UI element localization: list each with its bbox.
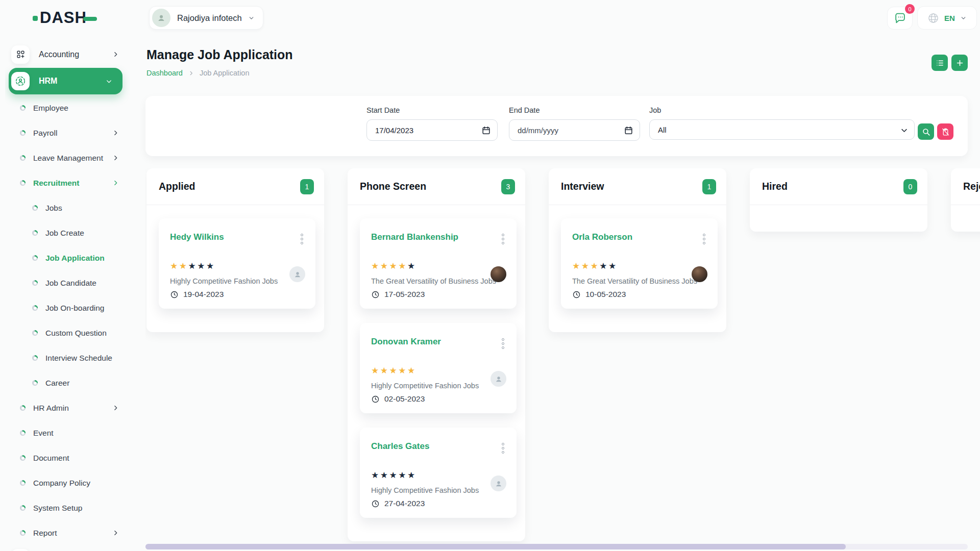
- logo-dot: [33, 16, 38, 21]
- sidebar-item-report[interactable]: Report: [5, 520, 130, 545]
- candidate-name-link[interactable]: Orla Roberson: [572, 232, 632, 242]
- sidebar-item-career[interactable]: Career: [5, 370, 130, 395]
- kebab-menu-icon[interactable]: [501, 337, 505, 350]
- clock-icon: [170, 290, 179, 299]
- applied-date-row: 02-05-2023: [371, 394, 505, 404]
- sidebar-item-custom-field[interactable]: Custom Field: [5, 545, 130, 551]
- custom-field-icon: [11, 549, 30, 551]
- globe-icon: [927, 12, 939, 24]
- sidebar-item-custom-question[interactable]: Custom Question: [5, 320, 130, 345]
- sidebar-item-payroll[interactable]: Payroll: [5, 120, 130, 145]
- rating-stars: ★★★★★: [371, 366, 505, 375]
- sidebar-item-job-create[interactable]: Job Create: [5, 220, 130, 245]
- sidebar-item-recruitment[interactable]: Recruitment: [5, 170, 130, 195]
- bullet-icon: [32, 205, 38, 211]
- sidebar-item-label: Jobs: [45, 204, 62, 213]
- bullet-icon: [20, 505, 26, 511]
- application-card[interactable]: Orla Roberson★★★★★The Great Versatility …: [561, 218, 718, 309]
- job-select-value: All: [658, 126, 667, 134]
- breadcrumb-dashboard-link[interactable]: Dashboard: [146, 69, 183, 77]
- kebab-menu-icon[interactable]: [300, 232, 304, 246]
- kebab-menu-icon[interactable]: [702, 232, 706, 246]
- column-header: Rejected: [951, 168, 980, 205]
- messages-badge: 0: [905, 4, 915, 14]
- logo-text: DASH: [40, 9, 87, 27]
- horizontal-scrollbar-track[interactable]: [145, 544, 968, 549]
- column-body: Orla Roberson★★★★★The Great Versatility …: [549, 205, 726, 332]
- kanban-board: Applied1Hedy Wilkins★★★★★Highly Competit…: [145, 168, 980, 544]
- end-date-label: End Date: [509, 106, 640, 114]
- column-body: [951, 205, 980, 232]
- kebab-menu-icon[interactable]: [501, 441, 505, 455]
- applied-date-row: 17-05-2023: [371, 290, 505, 299]
- horizontal-scrollbar-thumb[interactable]: [145, 544, 846, 549]
- kanban-column-applied: Applied1Hedy Wilkins★★★★★Highly Competit…: [146, 168, 324, 332]
- messages-button[interactable]: 0: [887, 7, 913, 30]
- chevron-down-icon: [900, 127, 908, 134]
- sidebar-item-job-on-boarding[interactable]: Job On-boarding: [5, 295, 130, 320]
- star-icon: ★: [398, 366, 407, 375]
- sidebar-item-employee[interactable]: Employee: [5, 95, 130, 120]
- workspace-avatar: [152, 9, 170, 27]
- application-card[interactable]: Hedy Wilkins★★★★★Highly Competitive Fash…: [159, 218, 315, 309]
- star-icon: ★: [371, 261, 380, 271]
- sidebar-item-company-policy[interactable]: Company Policy: [5, 470, 130, 495]
- column-count-badge: 1: [702, 179, 716, 194]
- column-body: Hedy Wilkins★★★★★Highly Competitive Fash…: [146, 205, 324, 332]
- candidate-photo-avatar: [491, 266, 506, 282]
- sidebar-item-hrm[interactable]: HRM: [9, 68, 122, 94]
- job-select[interactable]: All: [649, 119, 915, 140]
- rating-stars: ★★★★★: [170, 262, 304, 271]
- start-date-label: Start Date: [366, 106, 498, 114]
- sidebar-item-label: Leave Management: [33, 154, 103, 163]
- logo-dash: [83, 17, 97, 21]
- candidate-photo-avatar: [692, 266, 707, 282]
- star-icon: ★: [398, 470, 407, 480]
- bullet-icon: [32, 305, 38, 311]
- chevron-right-icon: [112, 180, 119, 186]
- star-icon: ★: [170, 261, 179, 271]
- sidebar-item-label: Event: [33, 429, 54, 438]
- column-count-badge: 1: [300, 179, 314, 194]
- application-card[interactable]: Donovan Kramer★★★★★Highly Competitive Fa…: [360, 323, 517, 413]
- kebab-menu-icon[interactable]: [501, 232, 505, 246]
- language-selector[interactable]: EN: [917, 6, 977, 30]
- applied-date: 02-05-2023: [384, 394, 425, 404]
- end-date-input[interactable]: [509, 120, 640, 140]
- application-card[interactable]: Charles Gates★★★★★Highly Competitive Fas…: [360, 428, 517, 518]
- sidebar-item-jobs[interactable]: Jobs: [5, 195, 130, 220]
- column-header: Interview1: [549, 168, 726, 205]
- start-date-input[interactable]: [367, 120, 497, 140]
- page-actions: [932, 55, 968, 71]
- sidebar-item-document[interactable]: Document: [5, 445, 130, 470]
- add-application-button[interactable]: [951, 55, 968, 71]
- star-icon: ★: [380, 261, 389, 271]
- accounting-grid-icon: [11, 45, 30, 64]
- search-button[interactable]: [918, 123, 934, 140]
- list-view-button[interactable]: [932, 55, 948, 71]
- sidebar-item-hr-admin[interactable]: HR Admin: [5, 395, 130, 420]
- candidate-name-link[interactable]: Bernard Blankenship: [371, 232, 458, 242]
- star-icon: ★: [407, 261, 416, 271]
- candidate-name-link[interactable]: Donovan Kramer: [371, 337, 441, 347]
- list-view-icon: [936, 59, 944, 67]
- sidebar-item-job-candidate[interactable]: Job Candidate: [5, 270, 130, 295]
- reset-filter-button[interactable]: [937, 123, 953, 140]
- sidebar-item-job-application[interactable]: Job Application: [5, 245, 130, 270]
- job-label: Job: [649, 106, 915, 114]
- application-card[interactable]: Bernard Blankenship★★★★★The Great Versat…: [360, 218, 517, 309]
- chat-icon: [894, 12, 906, 24]
- candidate-name-link[interactable]: Hedy Wilkins: [170, 232, 224, 242]
- sidebar-item-system-setup[interactable]: System Setup: [5, 495, 130, 520]
- page-title: Manage Job Application: [146, 47, 293, 62]
- candidate-name-link[interactable]: Charles Gates: [371, 441, 429, 452]
- star-icon: ★: [371, 366, 380, 375]
- sidebar-item-leave-management[interactable]: Leave Management: [5, 145, 130, 170]
- star-icon: ★: [389, 470, 399, 480]
- sidebar-item-accounting[interactable]: Accounting: [5, 42, 130, 67]
- column-count-badge: 0: [903, 179, 917, 194]
- sidebar-item-interview-schedule[interactable]: Interview Schedule: [5, 345, 130, 370]
- workspace-selector[interactable]: Rajodiya infotech: [149, 6, 263, 30]
- sidebar-item-event[interactable]: Event: [5, 420, 130, 445]
- person-icon: [495, 480, 503, 488]
